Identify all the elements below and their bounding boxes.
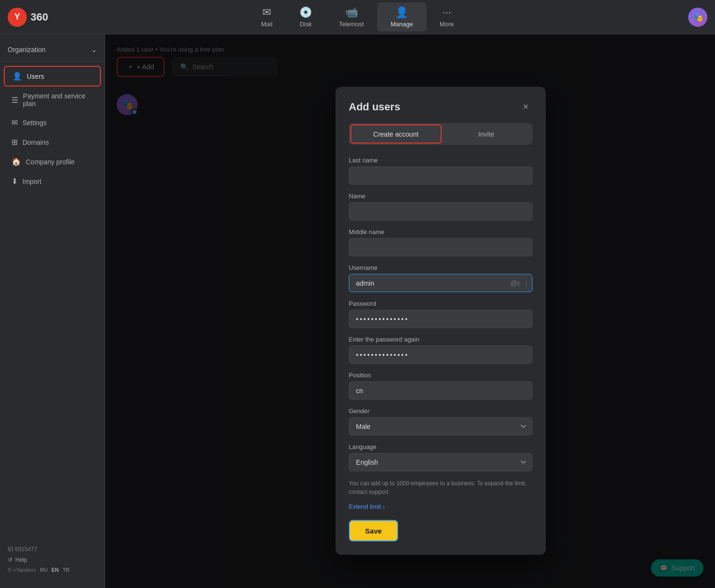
nav-items: ✉ Mail 💿 Disk 📹 Telemost 👤 Manage ··· Mo… (248, 2, 467, 32)
sidebar-label-payment: Payment and service plan (23, 92, 93, 107)
manage-icon: 👤 (395, 6, 408, 19)
disk-icon: 💿 (299, 6, 312, 19)
password-confirm-input[interactable] (349, 345, 532, 363)
logo-text: 360 (31, 11, 48, 23)
copyright-text: © «Yandex» (8, 567, 36, 573)
layout: Organization ⌄ 👤 Users ☰ Payment and ser… (0, 34, 715, 588)
settings-icon: ✉ (11, 118, 18, 127)
password-input[interactable] (349, 310, 532, 328)
nav-item-telemost[interactable]: 📹 Telemost (325, 2, 377, 32)
telemost-icon: 📹 (345, 6, 358, 19)
sidebar-item-domains[interactable]: ⊞ Domains (4, 133, 101, 151)
sidebar-label-domains: Domains (22, 139, 49, 146)
org-selector[interactable]: Organization ⌄ (0, 42, 105, 62)
nav-item-mail[interactable]: ✉ Mail (248, 2, 286, 32)
middle-name-label: Middle name (349, 228, 532, 235)
username-row: @c | (349, 274, 532, 292)
password-label: Password (349, 299, 532, 307)
language-select[interactable]: English Russian (349, 453, 532, 471)
username-input[interactable] (349, 274, 510, 291)
tab-create-account[interactable]: Create account (350, 124, 442, 143)
lang-tr[interactable]: TR (63, 567, 70, 573)
logo-area[interactable]: Y 360 (8, 8, 48, 27)
nav-item-disk[interactable]: 💿 Disk (286, 2, 325, 32)
tab-create-label: Create account (373, 130, 419, 138)
tab-invite[interactable]: Invite (442, 124, 531, 143)
language-group: Language English Russian (349, 443, 532, 471)
payment-icon: ☰ (11, 96, 18, 105)
last-name-group: Last name (349, 156, 532, 184)
logo-icon: Y (8, 8, 27, 27)
sidebar-footer: ID 6915477 ↺ Help © «Yandex» RU EN TR (0, 538, 105, 580)
modal-header: Add users × (349, 100, 532, 113)
org-chevron-icon: ⌄ (91, 46, 97, 53)
nav-label-more: More (440, 21, 454, 28)
info-text: You can add up to 1000 employees to a bu… (349, 479, 532, 496)
name-group: Name (349, 192, 532, 220)
modal-close-button[interactable]: × (519, 100, 532, 113)
nav-label-manage: Manage (390, 21, 413, 28)
username-group: Username @c | (349, 264, 532, 292)
domains-icon: ⊞ (11, 138, 18, 147)
lang-en[interactable]: EN (52, 567, 59, 573)
help-button[interactable]: ↺ Help (8, 556, 97, 563)
user-avatar-nav[interactable]: 🎭 (688, 8, 707, 27)
sidebar: Organization ⌄ 👤 Users ☰ Payment and ser… (0, 34, 105, 588)
id-label: ID 6915477 (8, 546, 97, 553)
mail-icon: ✉ (262, 6, 271, 19)
tab-invite-label: Invite (478, 130, 494, 138)
nav-label-telemost: Telemost (339, 21, 364, 28)
org-label: Organization (8, 46, 45, 53)
name-input[interactable] (349, 202, 532, 220)
nav-item-more[interactable]: ··· More (426, 2, 467, 32)
nav-label-mail: Mail (261, 21, 272, 28)
position-input[interactable] (349, 381, 532, 399)
sidebar-item-settings[interactable]: ✉ Settings (4, 113, 101, 132)
extend-link-label: Extend limit (349, 502, 381, 510)
modal-title: Add users (349, 100, 401, 113)
modal-tabs: Create account Invite (349, 123, 532, 145)
username-label: Username (349, 264, 532, 271)
middle-name-input[interactable] (349, 238, 532, 256)
add-users-modal: Add users × Create account Invite Last n… (336, 86, 546, 555)
close-icon: × (523, 101, 529, 112)
password-confirm-group: Enter the password again (349, 335, 532, 363)
extend-limit-link[interactable]: Extend limit › (349, 502, 385, 510)
nav-item-manage[interactable]: 👤 Manage (377, 2, 426, 32)
main-content: Added 1 user • You're using a free plan … (105, 34, 715, 588)
language-selector: © «Yandex» RU EN TR (8, 567, 97, 573)
top-navigation: Y 360 ✉ Mail 💿 Disk 📹 Telemost 👤 Manage … (0, 0, 715, 34)
sidebar-item-import[interactable]: ⬇ Import (4, 172, 101, 191)
gender-select[interactable]: Male Female Not specified (349, 417, 532, 435)
sidebar-label-company: Company profile (26, 158, 75, 166)
sidebar-item-users[interactable]: 👤 Users (4, 66, 101, 86)
save-button-label: Save (365, 526, 382, 535)
sidebar-label-import: Import (22, 178, 42, 185)
lang-ru[interactable]: RU (40, 567, 48, 573)
name-label: Name (349, 192, 532, 199)
help-icon: ↺ (8, 556, 12, 563)
users-icon: 👤 (12, 72, 22, 81)
save-button[interactable]: Save (349, 520, 398, 541)
sidebar-label-settings: Settings (22, 119, 47, 127)
username-separator: | (525, 278, 532, 287)
sidebar-label-users: Users (27, 73, 44, 80)
username-domain: @c (510, 274, 525, 291)
language-label: Language (349, 443, 532, 450)
company-icon: 🏠 (11, 157, 21, 166)
gender-label: Gender (349, 407, 532, 414)
gender-group: Gender Male Female Not specified (349, 407, 532, 435)
sidebar-item-payment[interactable]: ☰ Payment and service plan (4, 87, 101, 112)
position-group: Position (349, 371, 532, 399)
modal-footer: Save (349, 520, 532, 541)
import-icon: ⬇ (11, 177, 18, 186)
help-label: Help (15, 556, 27, 563)
sidebar-item-company[interactable]: 🏠 Company profile (4, 152, 101, 171)
password-confirm-label: Enter the password again (349, 335, 532, 342)
arrow-right-icon: › (383, 502, 385, 510)
middle-name-group: Middle name (349, 228, 532, 256)
last-name-input[interactable] (349, 166, 532, 184)
last-name-label: Last name (349, 156, 532, 163)
nav-label-disk: Disk (300, 21, 312, 28)
position-label: Position (349, 371, 532, 378)
